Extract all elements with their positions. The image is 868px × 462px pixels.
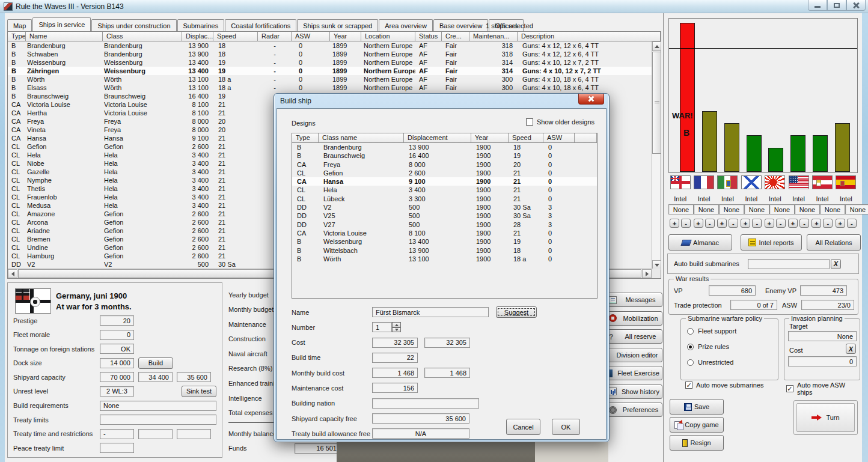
design-column-header[interactable]: Displacement [404, 133, 471, 143]
build-button[interactable]: Build [138, 357, 173, 369]
spin-up-button[interactable] [392, 322, 401, 327]
suggest-button[interactable]: Suggest [496, 306, 537, 318]
table-row[interactable]: B Brandenburg Brandenburg 13 900 18 - 0 … [8, 41, 652, 50]
invasion-clear-button[interactable] [846, 344, 856, 354]
relation-plus-button[interactable]: + [788, 219, 798, 228]
close-button[interactable] [846, 0, 866, 11]
auto-move-subs-checkbox[interactable]: Auto move submarines [685, 381, 764, 389]
design-row[interactable]: B Weissenburg 13 400 1900 19 0 [292, 237, 597, 246]
save-button[interactable]: Save [670, 399, 724, 415]
auto-move-asw-checkbox[interactable]: Auto move ASW ships [786, 381, 862, 396]
scroll-right-button[interactable] [642, 269, 652, 278]
design-row[interactable]: B Wittelsbach 13 900 1900 18 0 [292, 246, 597, 255]
column-header[interactable]: Location [361, 32, 415, 41]
design-row[interactable]: DD V2 500 1900 30 Sa 3 [292, 203, 597, 211]
side-button[interactable]: Fleet Exercise [605, 366, 662, 380]
table-row[interactable]: B Schwaben Brandenburg 13 900 18 - 0 189… [8, 50, 652, 58]
column-header[interactable]: ASW [292, 32, 330, 41]
number-stepper[interactable]: 1 [372, 322, 401, 332]
policy-option[interactable]: Prize rules [687, 343, 778, 350]
relation-minus-button[interactable]: - [705, 219, 715, 228]
number-value[interactable]: 1 [372, 322, 392, 332]
design-row[interactable]: CA Victoria Louise 8 100 1900 21 0 [292, 229, 597, 237]
minimize-button[interactable] [808, 0, 827, 11]
relation-plus-button[interactable]: + [836, 219, 845, 228]
design-column-header[interactable] [575, 133, 597, 143]
relation-minus-button[interactable]: - [799, 219, 809, 228]
design-row[interactable]: B Braunschweig 16 400 1900 19 0 [292, 151, 597, 160]
relation-plus-button[interactable]: + [694, 219, 703, 228]
vertical-scrollbar[interactable] [652, 41, 661, 270]
relation-plus-button[interactable]: + [741, 219, 750, 228]
tab[interactable]: Submarines [177, 19, 225, 31]
design-row[interactable]: B Wörth 13 100 1900 18 a 0 [292, 255, 597, 263]
cancel-button[interactable]: Cancel [506, 419, 540, 435]
show-older-designs-checkbox[interactable]: Show older designs [526, 118, 594, 126]
design-column-header[interactable]: Speed [509, 133, 543, 143]
column-header[interactable]: Maintenan... [469, 32, 518, 41]
table-row[interactable]: B Elsass Wörth 13 100 18 a - 0 1899 Nort… [8, 84, 652, 92]
resign-button[interactable]: Resign [670, 435, 724, 451]
side-button[interactable]: Messages [605, 293, 662, 307]
design-row[interactable]: B Brandenburg 13 900 1900 18 0 [292, 143, 597, 151]
design-row[interactable]: CA Hansa 9 100 1900 21 0 [292, 177, 597, 186]
almanac-button[interactable]: Almanac [668, 234, 732, 251]
scroll-up-button[interactable] [652, 41, 661, 51]
relation-minus-button[interactable]: - [847, 219, 857, 228]
maximize-button[interactable] [827, 0, 846, 11]
auto-build-clear-button[interactable] [831, 259, 841, 269]
design-column-header[interactable]: Type [292, 133, 319, 143]
all-relations-button[interactable]: All Relations [807, 234, 861, 251]
side-button[interactable]: Preferences [605, 403, 662, 417]
scrollbar-thumb[interactable] [652, 52, 661, 154]
column-header[interactable]: Description [518, 32, 661, 41]
side-button[interactable]: All reserve [605, 329, 662, 344]
design-column-header[interactable]: ASW [543, 133, 575, 143]
relation-plus-button[interactable]: + [811, 219, 821, 228]
sink-test-button[interactable]: Sink test [182, 386, 216, 397]
ship-name-input[interactable]: Fürst Bismarck [372, 307, 489, 317]
relation-plus-button[interactable]: + [765, 219, 774, 228]
relation-plus-button[interactable]: + [717, 219, 727, 228]
design-row[interactable]: CL Gefion 2 600 1900 21 0 [292, 169, 597, 177]
relation-minus-button[interactable]: - [729, 219, 738, 228]
column-header[interactable]: Radar [258, 32, 292, 41]
column-header[interactable]: Cre... [442, 32, 469, 41]
relation-minus-button[interactable]: - [681, 219, 691, 228]
design-row[interactable]: DD V27 500 1900 28 3 [292, 220, 597, 229]
side-button[interactable]: Division editor [605, 348, 662, 362]
tab[interactable]: Ships in service [32, 17, 91, 31]
design-column-header[interactable]: Year [471, 133, 509, 143]
design-column-header[interactable]: Class name [319, 133, 404, 143]
dialog-close-button[interactable] [578, 94, 604, 105]
table-row[interactable]: B Zähringen Weissenburg 13 400 19 - 0 18… [8, 67, 652, 75]
intel-reports-button[interactable]: Intel reports [741, 234, 802, 251]
tab[interactable]: Ships under construction [91, 19, 176, 31]
tab[interactable]: Area overview [379, 19, 433, 31]
tab[interactable]: Map [7, 19, 32, 31]
tab[interactable]: Coastal fortifications [225, 19, 296, 31]
column-header[interactable]: Type [8, 32, 26, 41]
relation-plus-button[interactable]: + [670, 219, 679, 228]
turn-button[interactable]: Turn [793, 400, 858, 435]
relation-minus-button[interactable]: - [823, 219, 833, 228]
copy-game-button[interactable]: Copy game [670, 417, 724, 433]
spin-down-button[interactable] [392, 327, 401, 333]
side-button[interactable]: Mobilization [605, 311, 662, 326]
table-row[interactable]: B Weissenburg Weissenburg 13 400 19 - 0 … [8, 58, 652, 67]
policy-option[interactable]: Unrestricted [687, 359, 778, 366]
policy-option[interactable]: Fleet support [687, 327, 778, 335]
column-header[interactable]: Year [330, 32, 361, 41]
column-header[interactable]: Class [103, 32, 182, 41]
design-row[interactable]: CL Lübeck 3 300 1900 21 0 [292, 195, 597, 203]
column-header[interactable]: Status [415, 32, 442, 41]
column-header[interactable]: Speed [213, 32, 258, 41]
column-header[interactable]: Displac... [182, 32, 213, 41]
design-row[interactable]: DD V25 500 1900 30 Sa 3 [292, 211, 597, 220]
design-row[interactable]: CA Freya 8 000 1900 20 0 [292, 160, 597, 169]
table-row[interactable]: B Wörth Wörth 13 100 18 a - 0 1899 North… [8, 75, 652, 84]
design-row[interactable]: CL Hela 3 400 1900 21 0 [292, 186, 597, 194]
column-header[interactable]: Name [26, 32, 103, 41]
tab[interactable]: Ships sunk or scrapped [297, 19, 378, 31]
side-button[interactable]: Show history [605, 384, 662, 399]
